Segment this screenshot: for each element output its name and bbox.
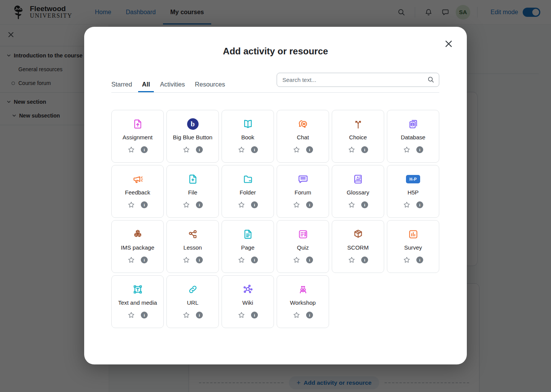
tab-resources[interactable]: Resources [191,78,229,92]
star-favourite-icon[interactable] [348,201,355,209]
star-favourite-icon[interactable] [127,256,135,264]
star-favourite-icon[interactable] [183,311,190,319]
activity-card-ims-package[interactable]: IMS packagei [111,220,164,273]
info-icon[interactable]: i [141,201,148,208]
activity-card-actions: i [348,201,368,209]
info-icon[interactable]: i [361,201,368,208]
star-favourite-icon[interactable] [127,146,135,154]
info-icon[interactable]: i [416,146,423,153]
bigbluebutton-icon: b [187,118,199,131]
info-icon[interactable]: i [196,201,203,208]
activity-label: Choice [347,134,368,141]
star-favourite-icon[interactable] [348,256,355,264]
activity-label: File [186,189,199,196]
search-field [277,73,439,87]
activity-label: Folder [238,189,258,196]
search-input[interactable] [277,73,439,87]
survey-icon [408,228,419,241]
info-icon[interactable]: i [306,256,313,263]
activity-card-book[interactable]: Booki [222,110,274,163]
activity-card-workshop[interactable]: Workshopi [277,275,329,328]
page-icon [242,228,254,241]
info-icon[interactable]: i [361,256,368,263]
activity-card-page[interactable]: Pagei [222,220,274,273]
tab-all[interactable]: All [138,78,154,92]
activity-card-h5p[interactable]: H-PH5Pi [387,165,439,218]
info-icon[interactable]: i [306,201,313,208]
activity-card-glossary[interactable]: AZGlossaryi [332,165,384,218]
activity-card-big-blue-button[interactable]: bBig Blue Buttoni [166,110,219,163]
info-icon[interactable]: i [251,146,258,153]
activity-card-choice[interactable]: Choicei [332,110,384,163]
star-favourite-icon[interactable] [183,146,190,154]
activity-card-actions: i [238,201,258,209]
activity-card-folder[interactable]: Folderi [222,165,274,218]
assignment-icon [132,118,143,131]
activity-label: Glossary [345,189,371,196]
activity-card-actions: i [293,311,313,319]
info-icon[interactable]: i [251,256,258,263]
activity-card-actions: i [348,256,368,264]
activity-card-database[interactable]: Databasei [387,110,439,163]
info-icon[interactable]: i [416,201,423,208]
star-favourite-icon[interactable] [293,311,300,319]
info-icon[interactable]: i [306,312,313,318]
activity-label: Lesson [182,244,203,251]
star-favourite-icon[interactable] [403,146,411,154]
info-icon[interactable]: i [141,146,148,153]
activity-label: Assignment [121,134,154,141]
star-favourite-icon[interactable] [127,201,135,209]
activity-card-assignment[interactable]: Assignmenti [111,110,164,163]
quiz-icon [297,228,309,241]
info-icon[interactable]: i [196,312,203,318]
info-icon[interactable]: i [306,146,313,153]
folder-icon [242,173,254,186]
database-icon [408,118,419,131]
activity-label: IMS package [119,244,156,251]
info-icon[interactable]: i [416,256,423,263]
star-favourite-icon[interactable] [293,201,300,209]
activity-card-lesson[interactable]: Lessoni [166,220,219,273]
star-favourite-icon[interactable] [403,256,411,264]
tab-starred[interactable]: Starred [108,78,136,92]
star-favourite-icon[interactable] [348,146,355,154]
lesson-icon [187,228,199,241]
activity-card-quiz[interactable]: Quizi [277,220,329,273]
h5p-logo: H-P [406,175,420,183]
info-icon[interactable]: i [196,146,203,153]
chooser-header: StarredAllActivitiesResources [111,72,439,93]
svg-text:AZ: AZ [356,176,360,180]
star-favourite-icon[interactable] [403,201,411,209]
tab-activities[interactable]: Activities [156,78,189,92]
activity-card-text-and-media[interactable]: Text and mediai [111,275,164,328]
info-icon[interactable]: i [251,201,258,208]
info-icon[interactable]: i [141,256,148,263]
activity-card-file[interactable]: Filei [166,165,219,218]
activity-label: Page [240,244,256,251]
star-favourite-icon[interactable] [293,256,300,264]
workshop-icon [297,283,309,296]
star-favourite-icon[interactable] [238,201,245,209]
close-icon[interactable] [443,38,454,49]
activity-card-feedback[interactable]: Feedbacki [111,165,164,218]
star-favourite-icon[interactable] [127,311,135,319]
info-icon[interactable]: i [251,312,258,318]
star-favourite-icon[interactable] [238,311,245,319]
info-icon[interactable]: i [361,146,368,153]
star-favourite-icon[interactable] [238,256,245,264]
activity-card-survey[interactable]: Surveyi [387,220,439,273]
activity-card-scorm[interactable]: SCORMi [332,220,384,273]
activity-card-forum[interactable]: Forumi [277,165,329,218]
activity-card-url[interactable]: URLi [166,275,219,328]
activity-card-actions: i [403,146,423,154]
activity-card-wiki[interactable]: Wikii [222,275,274,328]
star-favourite-icon[interactable] [183,256,190,264]
activity-card-actions: i [238,146,258,154]
activity-card-chat[interactable]: Chati [277,110,329,163]
info-icon[interactable]: i [141,312,148,318]
star-favourite-icon[interactable] [238,146,245,154]
info-icon[interactable]: i [196,256,203,263]
star-favourite-icon[interactable] [183,201,190,209]
activity-card-actions: i [238,256,258,264]
star-favourite-icon[interactable] [293,146,300,154]
